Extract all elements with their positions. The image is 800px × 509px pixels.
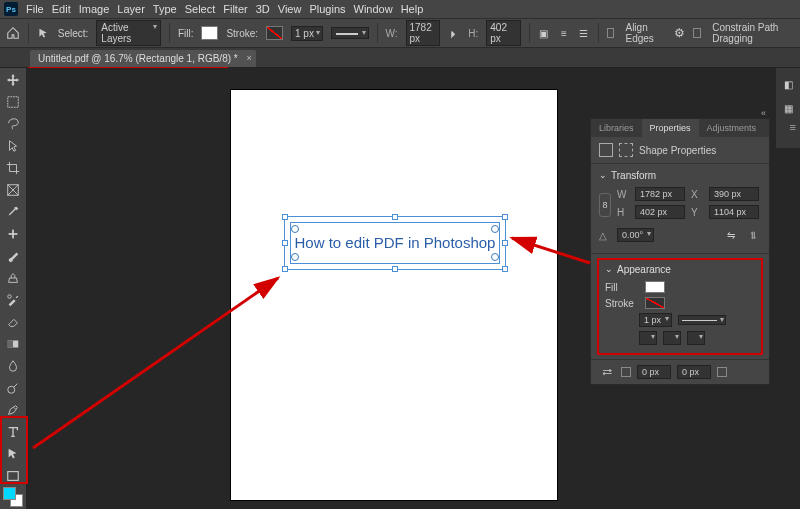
menu-window[interactable]: Window [354,3,393,15]
blur-tool-icon[interactable] [2,356,24,376]
quick-selection-tool-icon[interactable] [2,136,24,156]
transform-handle[interactable] [282,214,288,220]
annotation-appearance-highlight: Appearance Fill Stroke 1 px [597,258,763,355]
eraser-tool-icon[interactable] [2,312,24,332]
stroke-caps-dropdown[interactable] [663,331,681,345]
stroke-style-dropdown[interactable] [331,27,369,39]
transform-handle[interactable] [392,214,398,220]
brush-tool-icon[interactable] [2,246,24,266]
corner-radius-field[interactable]: 0 px [677,365,711,379]
divider [169,23,170,43]
appearance-stroke-label: Stroke [605,298,639,309]
healing-brush-tool-icon[interactable] [2,224,24,244]
tab-adjustments[interactable]: Adjustments [699,119,765,137]
appearance-fill-swatch[interactable] [645,281,665,293]
appearance-stroke-swatch[interactable] [645,297,665,309]
menu-3d[interactable]: 3D [256,3,270,15]
menu-image[interactable]: Image [79,3,110,15]
stroke-corners-dropdown[interactable] [687,331,705,345]
transform-handle[interactable] [502,240,508,246]
color-panel-icon[interactable]: ◧ [780,76,796,92]
rotation-field[interactable]: 0.00° [617,228,654,242]
link-dimensions-icon[interactable]: ⏵ [448,25,460,41]
foreground-color-swatch[interactable] [3,487,16,500]
crop-tool-icon[interactable] [2,158,24,178]
stroke-width-field[interactable]: 1 px [291,26,323,41]
transform-handle[interactable] [502,214,508,220]
menu-file[interactable]: File [26,3,44,15]
transform-x-field[interactable]: 390 px [709,187,759,201]
tool-options-gear-icon[interactable]: ⚙ [673,25,685,41]
tab-properties[interactable]: Properties [642,119,699,137]
history-brush-tool-icon[interactable] [2,290,24,310]
svg-rect-6 [8,341,13,348]
options-bar: Select: Active Layers Fill: Stroke: 1 px… [0,18,800,48]
transform-handle[interactable] [282,240,288,246]
marquee-tool-icon[interactable] [2,92,24,112]
tab-libraries[interactable]: Libraries [591,119,642,137]
menu-select[interactable]: Select [185,3,216,15]
flip-horizontal-icon[interactable]: ⇋ [723,227,739,243]
link-radii-icon[interactable]: ⮂ [599,364,615,380]
transform-handle[interactable] [282,266,288,272]
flip-vertical-icon[interactable]: ⥮ [745,227,761,243]
menu-edit[interactable]: Edit [52,3,71,15]
corner-icon [621,367,631,377]
corner-radius-field[interactable]: 0 px [637,365,671,379]
mask-icon [619,143,633,157]
menu-view[interactable]: View [278,3,302,15]
lasso-tool-icon[interactable] [2,114,24,134]
path-alignment-icon[interactable]: ≡ [558,25,570,41]
align-edges-checkbox[interactable] [607,28,615,38]
appearance-stroke-width[interactable]: 1 px [639,313,672,327]
color-swatches[interactable] [3,487,23,507]
appearance-stroke-style[interactable] [678,315,726,325]
fill-color-swatch[interactable] [201,26,218,40]
transform-handle[interactable] [392,266,398,272]
path-selection-icon[interactable] [37,25,50,41]
shape-icon [599,143,613,157]
stroke-align-dropdown[interactable] [639,331,657,345]
corner-icon [717,367,727,377]
stroke-color-swatch[interactable] [266,26,283,40]
path-arrangement-icon[interactable]: ☰ [578,25,590,41]
move-tool-icon[interactable] [2,70,24,90]
document-tab[interactable]: Untitled.pdf @ 16.7% (Rectangle 1, RGB/8… [30,50,256,67]
width-field[interactable]: 1782 px [406,20,441,46]
menu-help[interactable]: Help [401,3,424,15]
clone-stamp-tool-icon[interactable] [2,268,24,288]
text-frame-selection[interactable]: How to edit PDF in Photoshop [284,216,506,270]
menu-layer[interactable]: Layer [117,3,145,15]
menu-type[interactable]: Type [153,3,177,15]
transform-title[interactable]: Transform [599,170,761,181]
menu-plugins[interactable]: Plugins [309,3,345,15]
select-mode-dropdown[interactable]: Active Layers [96,20,161,46]
panel-collapse-icon[interactable]: « [761,108,766,118]
swatches-panel-icon[interactable]: ▦ [780,100,796,116]
path-operations-icon[interactable]: ▣ [538,25,550,41]
home-icon[interactable] [6,24,20,42]
appearance-section: Appearance Fill Stroke 1 px [591,254,769,360]
document-canvas[interactable] [231,90,557,500]
properties-panel: Libraries Properties Adjustments Shape P… [590,118,770,385]
panel-tabs: Libraries Properties Adjustments [591,119,769,137]
panel-menu-icon[interactable]: ≡ [790,121,796,133]
transform-height-field[interactable]: 402 px [635,205,685,219]
menu-filter[interactable]: Filter [223,3,247,15]
eyedropper-tool-icon[interactable] [2,202,24,222]
text-content[interactable]: How to edit PDF in Photoshop [292,224,498,262]
height-field[interactable]: 402 px [486,20,521,46]
link-wh-icon[interactable]: 8 [599,193,611,217]
divider [598,23,599,43]
dodge-tool-icon[interactable] [2,378,24,398]
constrain-checkbox[interactable] [693,28,701,38]
transform-handle[interactable] [502,266,508,272]
transform-y-field[interactable]: 1104 px [709,205,759,219]
appearance-title[interactable]: Appearance [605,264,755,275]
frame-tool-icon[interactable] [2,180,24,200]
gradient-tool-icon[interactable] [2,334,24,354]
menu-bar: Ps File Edit Image Layer Type Select Fil… [0,0,800,18]
stroke-label: Stroke: [226,28,258,39]
close-tab-icon[interactable]: × [246,53,251,63]
transform-width-field[interactable]: 1782 px [635,187,685,201]
